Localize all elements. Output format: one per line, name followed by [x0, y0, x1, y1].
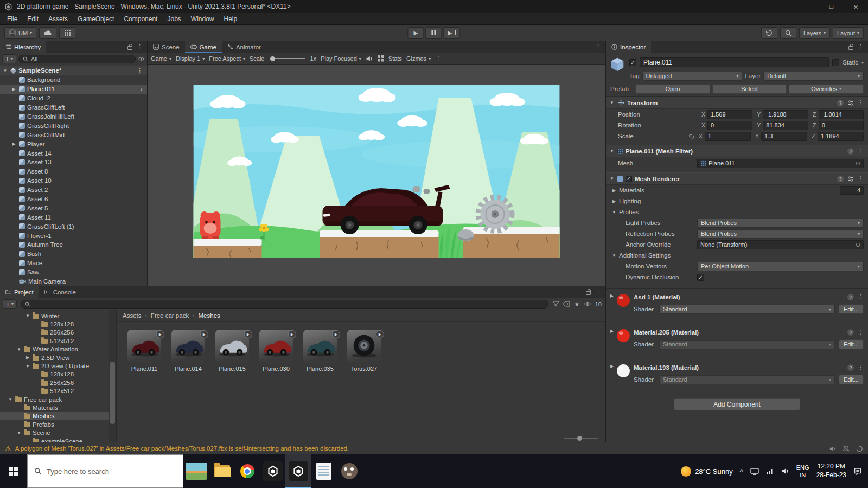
- menu-gameobject[interactable]: GameObject: [73, 13, 119, 24]
- prefab-select-button[interactable]: Select: [712, 84, 787, 94]
- aspect-dropdown[interactable]: Free Aspect▾: [209, 55, 245, 62]
- scrollbar-thumb[interactable]: [110, 362, 115, 424]
- foldout-closed-icon[interactable]: ▶: [609, 293, 615, 298]
- language-indicator[interactable]: ENG IN: [796, 464, 809, 479]
- kebab-menu-icon[interactable]: ⋮: [858, 147, 864, 155]
- hierarchy-item[interactable]: Flower-1: [0, 231, 147, 240]
- kebab-menu-icon[interactable]: ⋮: [858, 364, 864, 371]
- presets-icon[interactable]: [847, 100, 854, 106]
- menu-file[interactable]: File: [2, 13, 22, 24]
- status-mute-icon[interactable]: [829, 445, 836, 452]
- mesh-object-field[interactable]: Plane.011⊙: [697, 159, 864, 168]
- unity-hub-icon[interactable]: [260, 454, 285, 488]
- menu-jobs[interactable]: Jobs: [162, 13, 186, 24]
- status-refresh-icon[interactable]: [856, 445, 863, 452]
- scene-visibility-icon[interactable]: [138, 56, 145, 61]
- layer-dropdown[interactable]: Default▾: [763, 72, 864, 81]
- folder-item[interactable]: Materials: [0, 403, 116, 412]
- foldout-open-icon[interactable]: ▼: [609, 176, 615, 181]
- undo-history-button[interactable]: [761, 27, 777, 39]
- menu-window[interactable]: Window: [186, 13, 219, 24]
- hierarchy-item[interactable]: Asset 14: [0, 149, 147, 158]
- asset-item[interactable]: ▶ Plane.035: [302, 330, 338, 372]
- folder-item[interactable]: 256x256: [0, 329, 116, 337]
- anchor-override-field[interactable]: None (Transform)⊙: [697, 240, 864, 249]
- save-search-star-icon[interactable]: ★: [574, 300, 580, 308]
- folder-item[interactable]: 128x128: [0, 320, 116, 328]
- slider-knob[interactable]: [270, 56, 275, 61]
- search-by-label-icon[interactable]: [563, 301, 570, 307]
- prefab-overrides-button[interactable]: Overrides▾: [789, 84, 864, 94]
- help-icon[interactable]: ?: [847, 364, 854, 371]
- mesh-renderer-component-header[interactable]: ▼ ✓ Mesh Renderer ?⋮: [606, 172, 868, 185]
- expand-subassets-icon[interactable]: ▶: [288, 330, 296, 338]
- asset-item[interactable]: ▶ Plane.011: [126, 330, 162, 372]
- kebab-menu-icon[interactable]: ⋮: [137, 67, 147, 74]
- foldout-closed-icon[interactable]: ▶: [11, 87, 17, 92]
- stats-button[interactable]: Stats: [388, 55, 402, 62]
- action-center-icon[interactable]: [853, 467, 862, 476]
- shader-dropdown[interactable]: Standard▾: [659, 305, 835, 314]
- hierarchy-item[interactable]: Mace: [0, 259, 147, 268]
- scale-x-field[interactable]: 1: [705, 132, 751, 141]
- folder-item[interactable]: ▼2D view ( Update: [0, 362, 116, 370]
- rotation-x-field[interactable]: 0: [707, 121, 752, 130]
- expand-subassets-icon[interactable]: ▶: [332, 330, 340, 338]
- asset-item[interactable]: ▶ Plane.030: [258, 330, 294, 372]
- tab-game[interactable]: Game: [185, 41, 222, 53]
- tab-inspector[interactable]: Inspector: [606, 41, 651, 53]
- foldout-closed-icon[interactable]: ▶: [609, 329, 615, 333]
- folder-item[interactable]: ▼Free car pack: [0, 395, 116, 403]
- probes-foldout[interactable]: ▼Probes: [606, 207, 868, 217]
- hierarchy-item[interactable]: Asset 13: [0, 158, 147, 167]
- create-gameobject-button[interactable]: +▾: [2, 54, 16, 63]
- project-search-input[interactable]: [21, 300, 548, 309]
- shader-dropdown[interactable]: Standard▾: [659, 340, 835, 349]
- foldout-open-icon[interactable]: ▼: [8, 397, 13, 402]
- position-x-field[interactable]: 1.569: [707, 110, 752, 119]
- play-button[interactable]: ▶: [407, 27, 424, 39]
- kebab-menu-icon[interactable]: ⋮: [858, 43, 864, 50]
- gimp-icon[interactable]: [336, 454, 362, 488]
- foldout-open-icon[interactable]: ▼: [16, 347, 22, 352]
- network-tray-icon[interactable]: [766, 468, 774, 474]
- folder-item[interactable]: Prefabs: [0, 420, 116, 428]
- asset-item[interactable]: ▶ Plane.015: [214, 330, 250, 372]
- shader-dropdown[interactable]: Standard▾: [659, 375, 835, 384]
- static-checkbox[interactable]: [832, 59, 839, 66]
- materials-count-field[interactable]: 4: [840, 186, 864, 195]
- search-by-type-icon[interactable]: [552, 301, 559, 307]
- prefab-open-button[interactable]: Open: [635, 84, 710, 94]
- kebab-menu-icon[interactable]: ⋮: [858, 99, 864, 106]
- account-button[interactable]: UM▾: [4, 27, 36, 39]
- search-highlight-icon[interactable]: [183, 454, 209, 488]
- scale-slider[interactable]: [270, 58, 305, 59]
- help-icon[interactable]: ?: [847, 329, 854, 336]
- statusbar[interactable]: ⚠ A polygon of Mesh 'Torus.027' in Asset…: [0, 442, 868, 454]
- tag-dropdown[interactable]: Untagged▾: [642, 72, 743, 81]
- hidden-count-eye-icon[interactable]: [584, 301, 591, 306]
- object-picker-icon[interactable]: ⊙: [856, 241, 860, 248]
- gizmos-dropdown[interactable]: Gizmos▾: [406, 55, 431, 62]
- hierarchy-item[interactable]: GrassCliffMid: [0, 130, 147, 139]
- lighting-foldout[interactable]: ▶Lighting: [606, 196, 868, 207]
- foldout-closed-icon[interactable]: ▶: [609, 364, 615, 369]
- foldout-open-icon[interactable]: ▼: [25, 313, 30, 318]
- hierarchy-item[interactable]: Cloud_2: [0, 94, 147, 103]
- breadcrumb-assets[interactable]: Assets: [123, 312, 142, 319]
- hierarchy-item[interactable]: Asset 5: [0, 203, 147, 213]
- tray-expand-icon[interactable]: ^: [740, 467, 743, 476]
- transform-component-header[interactable]: ▼ Transform ?⋮: [606, 97, 868, 109]
- tab-hierarchy[interactable]: Hierarchy: [0, 41, 46, 53]
- shader-edit-button[interactable]: Edit...: [839, 375, 864, 384]
- lock-icon[interactable]: [848, 46, 853, 50]
- folder-item[interactable]: ▶2.5D View: [0, 354, 116, 362]
- pc-tray-icon[interactable]: [750, 468, 759, 475]
- rotation-y-field[interactable]: 81.834: [763, 121, 808, 130]
- maximize-button[interactable]: □: [819, 0, 844, 13]
- menu-assets[interactable]: Assets: [43, 13, 73, 24]
- taskbar-search[interactable]: Type here to search: [27, 454, 183, 488]
- thumbnail-size-slider[interactable]: [564, 438, 598, 439]
- motion-vectors-dropdown[interactable]: Per Object Motion▾: [697, 262, 864, 271]
- hierarchy-item[interactable]: Asset 6: [0, 195, 147, 204]
